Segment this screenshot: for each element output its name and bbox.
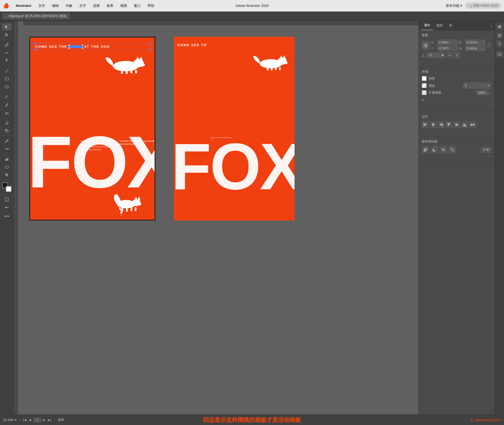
svg-rect-27: [121, 70, 123, 74]
menu-help[interactable]: 帮助: [146, 3, 155, 9]
menu-effect[interactable]: 效果: [106, 3, 114, 9]
pathfinder-more-dots[interactable]: ···: [422, 153, 491, 159]
scale-tool[interactable]: [2, 127, 12, 134]
apple-menu[interactable]: 🍎: [3, 3, 9, 9]
statusbar: 25.34% ▾ |◄ ◄ ► ►| 选择 四边显示这种黑线的画板才是活动画板 …: [0, 414, 504, 425]
transform-more-dots[interactable]: ···: [422, 58, 491, 64]
menu-text[interactable]: 文字: [78, 3, 87, 9]
control-panel-toggle[interactable]: [496, 23, 503, 30]
opacity-input[interactable]: [476, 90, 489, 95]
angle-select[interactable]: 0° 45° 90° 180°: [427, 52, 445, 58]
lock-icon[interactable]: [487, 43, 491, 48]
align-right-edge[interactable]: [438, 121, 444, 128]
pathfinder-intersect[interactable]: [440, 146, 447, 153]
nav-next-icon[interactable]: ►: [43, 418, 46, 422]
canvas-area[interactable]: Artboard 1 COME SEE THE: [14, 21, 418, 414]
stock-search[interactable]: 🔍 搜索 Adobe Stock: [465, 3, 501, 9]
background-color[interactable]: [6, 186, 12, 192]
app-name-menu[interactable]: Illustrator: [15, 3, 33, 8]
align-left-edge[interactable]: [422, 121, 429, 128]
rectangle-tool[interactable]: [2, 75, 12, 82]
fox-top-illustration: [102, 53, 149, 74]
mini-toolbar-separator: [497, 49, 502, 49]
document-tab[interactable]: × Aligning.ai* @ 25.34% (CMYK/GPU 预览): [2, 13, 70, 19]
eyedropper-tool[interactable]: [2, 137, 12, 145]
zoom-tool[interactable]: [2, 171, 12, 179]
align-center-horizontal[interactable]: [430, 121, 437, 128]
flip-horizontal-icon[interactable]: ⇔: [447, 52, 453, 58]
h-label: 高:: [459, 46, 464, 50]
align-top-edge[interactable]: [445, 121, 452, 128]
nav-prev-icon[interactable]: ◄: [29, 418, 32, 422]
zoom-dropdown-icon[interactable]: ▾: [15, 418, 17, 422]
transform-reference-point[interactable]: [422, 41, 430, 50]
lasso-tool[interactable]: [2, 163, 12, 171]
links-panel-toggle[interactable]: [496, 40, 503, 47]
ruler-vertical: [14, 21, 18, 414]
layers-panel-toggle[interactable]: [496, 32, 503, 39]
appearance-more-dots[interactable]: ···: [422, 103, 491, 109]
y-input[interactable]: [437, 46, 458, 51]
h-input[interactable]: [465, 46, 486, 51]
pathfinder-exclude[interactable]: [449, 146, 456, 153]
panel-expand-icon[interactable]: »: [490, 24, 492, 28]
blend-tool[interactable]: [2, 145, 12, 153]
menu-edit[interactable]: 编辑: [51, 3, 60, 9]
w-input[interactable]: [465, 40, 486, 45]
menu-object[interactable]: 对象: [65, 3, 74, 9]
more-tools[interactable]: •••: [4, 214, 9, 219]
flip-vertical-icon[interactable]: ⇕: [454, 52, 460, 58]
align-distribute[interactable]: [469, 121, 476, 128]
svg-point-3: [5, 85, 8, 88]
svg-rect-30: [135, 70, 137, 73]
artboard-1[interactable]: Artboard 1 COME SEE THE: [29, 37, 155, 221]
stroke-value-input[interactable]: [469, 82, 485, 89]
header-text-selected[interactable]: COME SEE THE AT THE ZOO: [34, 43, 151, 50]
align-more-dots[interactable]: ···: [422, 128, 491, 134]
tab-close-icon[interactable]: ×: [5, 15, 7, 18]
workspace-selector[interactable]: 基本功能 ▾: [446, 3, 462, 8]
pencil-tool[interactable]: [2, 101, 12, 108]
eraser-tool[interactable]: [2, 109, 12, 116]
nav-first-icon[interactable]: |◄: [23, 418, 27, 422]
selection-tool[interactable]: [2, 23, 12, 30]
stroke-color-swatch[interactable]: [422, 83, 427, 88]
stroke-up-down[interactable]: ▲ ▼: [463, 82, 468, 89]
x-input[interactable]: [437, 40, 458, 45]
ellipse-tool[interactable]: [2, 83, 12, 90]
column-graph-tool[interactable]: [2, 155, 12, 163]
nav-last-icon[interactable]: ►|: [47, 418, 51, 422]
pathfinder-minus-front[interactable]: [431, 146, 438, 153]
rotate-tool[interactable]: [2, 119, 12, 127]
menu-file[interactable]: 文件: [37, 3, 46, 9]
fill-color-swatch[interactable]: [422, 76, 427, 81]
color-panel-toggle[interactable]: [496, 51, 503, 58]
line-tool[interactable]: [2, 67, 12, 75]
tool-separator-8: [3, 194, 11, 195]
change-screen-mode[interactable]: [2, 196, 12, 203]
zoom-control[interactable]: 25.34% ▾: [3, 418, 17, 422]
menu-view[interactable]: 视图: [119, 3, 128, 9]
tab-library[interactable]: 库: [446, 21, 455, 30]
stroke-dropdown[interactable]: ▾: [485, 82, 491, 89]
tab-properties[interactable]: 属性: [421, 21, 433, 30]
align-center-vertical[interactable]: [453, 121, 460, 128]
curvature-tool[interactable]: [2, 49, 12, 56]
type-tool[interactable]: T: [2, 57, 12, 64]
tab-layers[interactable]: 图层: [433, 21, 446, 30]
extra-tool[interactable]: [2, 204, 12, 211]
statusbar-right: Z www.MacZ.com: [471, 418, 501, 422]
paintbrush-tool[interactable]: [2, 93, 12, 101]
artboard-2[interactable]: Artboard 2 COME SEE TH FOX: [174, 37, 295, 221]
opacity-arrow[interactable]: ›: [490, 91, 491, 95]
menu-select[interactable]: 选择: [92, 3, 101, 9]
align-bottom-edge[interactable]: [461, 121, 468, 128]
direct-selection-tool[interactable]: [2, 31, 12, 38]
right-panel: 属性 图层 库 » 变换: [418, 21, 495, 414]
pathfinder-unite[interactable]: [422, 146, 429, 153]
menu-window[interactable]: 窗口: [133, 3, 142, 9]
page-number-input[interactable]: [33, 418, 41, 422]
color-boxes[interactable]: [2, 182, 12, 192]
pen-tool[interactable]: [2, 41, 12, 49]
expand-button[interactable]: 扩展: [481, 147, 491, 153]
